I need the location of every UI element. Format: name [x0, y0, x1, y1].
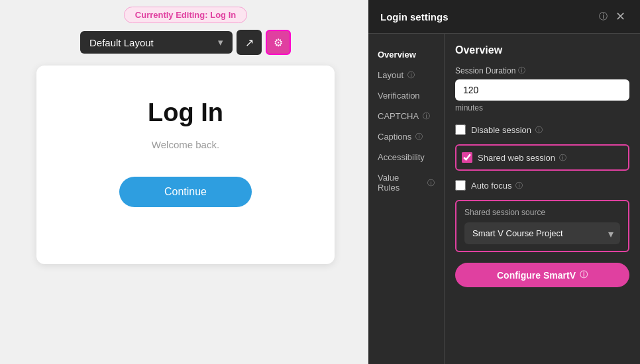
nav-label-layout: Layout — [378, 70, 403, 80]
nav-info-captions: ⓘ — [415, 132, 423, 142]
login-subtitle: Welcome back. — [152, 139, 219, 150]
settings-panel: Login settings ⓘ ✕ Overview Layout ⓘ Ver… — [368, 0, 640, 364]
nav-item-captcha[interactable]: CAPTCHA ⓘ — [368, 106, 444, 126]
nav-label-value-rules: Value Rules — [378, 173, 423, 193]
nav-info-layout: ⓘ — [407, 70, 415, 80]
shared-session-source-select[interactable]: Smart V Course Project Option 2 Option 3 — [464, 222, 620, 244]
shared-web-session-box: Shared web session ⓘ — [455, 144, 629, 171]
nav-item-value-rules[interactable]: Value Rules ⓘ — [368, 167, 444, 198]
chevron-down-icon: ▾ — [218, 36, 223, 48]
external-link-icon: ↗ — [245, 36, 254, 49]
login-title: Log In — [148, 99, 223, 127]
gear-icon: ⚙ — [274, 36, 283, 49]
settings-nav: Overview Layout ⓘ Verification CAPTCHA ⓘ… — [368, 34, 445, 364]
auto-focus-info-icon: ⓘ — [515, 181, 523, 191]
external-link-button[interactable]: ↗ — [237, 30, 262, 55]
settings-content: Overview Session Duration ⓘ minutes Disa… — [445, 34, 640, 364]
continue-button[interactable]: Continue — [119, 177, 252, 207]
disable-session-info-icon: ⓘ — [535, 125, 543, 135]
configure-smartv-button[interactable]: Configure SmartV ⓘ — [455, 263, 629, 287]
shared-session-source-select-wrapper: Smart V Course Project Option 2 Option 3… — [464, 222, 620, 244]
shared-web-session-row: Shared web session ⓘ — [462, 150, 623, 165]
nav-item-layout[interactable]: Layout ⓘ — [368, 65, 444, 85]
disable-session-label: Disable session ⓘ — [471, 125, 543, 135]
nav-item-accessibility[interactable]: Accessibility — [368, 147, 444, 167]
nav-info-captcha: ⓘ — [423, 111, 430, 121]
auto-focus-label: Auto focus ⓘ — [471, 181, 523, 191]
shared-session-source-label: Shared session source — [464, 208, 620, 217]
nav-label-accessibility: Accessibility — [378, 152, 425, 162]
session-duration-label: Session Duration ⓘ — [455, 66, 629, 75]
settings-body: Overview Layout ⓘ Verification CAPTCHA ⓘ… — [368, 34, 640, 364]
settings-info-icon[interactable]: ⓘ — [599, 11, 608, 23]
shared-session-source-section: Shared session source Smart V Course Pro… — [455, 200, 629, 252]
nav-info-value-rules: ⓘ — [427, 178, 435, 188]
login-card: Log In Welcome back. Continue — [36, 66, 335, 264]
nav-item-verification[interactable]: Verification — [368, 85, 444, 106]
close-button[interactable]: ✕ — [613, 9, 628, 24]
left-panel: Currently Editing: Log In Default Layout… — [0, 0, 371, 364]
disable-session-checkbox[interactable] — [455, 124, 466, 135]
session-duration-info-icon: ⓘ — [518, 66, 525, 75]
nav-label-verification: Verification — [378, 91, 420, 101]
settings-title: Login settings — [380, 11, 594, 23]
configure-smartv-info-icon: ⓘ — [580, 269, 588, 281]
shared-web-session-label: Shared web session ⓘ — [478, 153, 566, 163]
layout-select[interactable]: Default Layout ▾ — [80, 31, 233, 54]
layout-label: Default Layout — [89, 37, 154, 48]
configure-smartv-label: Configure SmartV — [497, 270, 576, 281]
gear-button[interactable]: ⚙ — [266, 30, 291, 55]
session-duration-unit: minutes — [455, 103, 629, 113]
editing-banner: Currently Editing: Log In — [124, 7, 247, 23]
content-title: Overview — [455, 44, 629, 56]
nav-label-captcha: CAPTCHA — [378, 111, 419, 121]
settings-header: Login settings ⓘ ✕ — [368, 0, 640, 34]
nav-item-captions[interactable]: Captions ⓘ — [368, 126, 444, 147]
auto-focus-checkbox[interactable] — [455, 180, 466, 191]
editing-link[interactable]: Log In — [210, 10, 236, 20]
editing-label: Currently Editing: — [135, 10, 208, 20]
auto-focus-row: Auto focus ⓘ — [455, 177, 629, 193]
nav-item-overview[interactable]: Overview — [368, 44, 444, 65]
shared-web-session-info-icon: ⓘ — [559, 153, 566, 163]
session-duration-input[interactable] — [455, 79, 629, 101]
disable-session-row: Disable session ⓘ — [455, 122, 629, 138]
nav-label-overview: Overview — [378, 50, 416, 60]
shared-web-session-checkbox[interactable] — [462, 152, 472, 163]
toolbar: Default Layout ▾ ↗ ⚙ — [80, 30, 291, 55]
nav-label-captions: Captions — [378, 132, 411, 142]
